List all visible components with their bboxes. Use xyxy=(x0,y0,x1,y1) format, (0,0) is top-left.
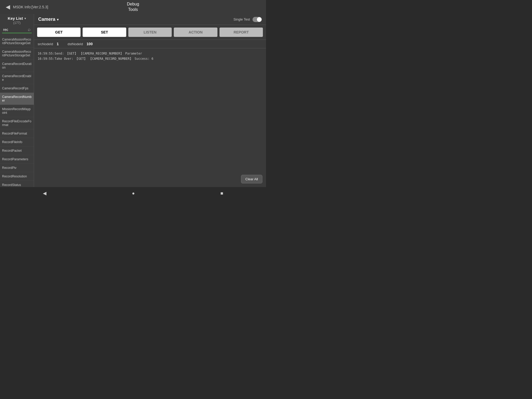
search-input[interactable] xyxy=(3,28,28,32)
nav-recent-button[interactable]: ■ xyxy=(215,189,228,198)
single-test-toggle[interactable] xyxy=(252,17,262,22)
camera-selector[interactable]: Camera ▾ xyxy=(38,17,59,22)
chevron-down-icon[interactable]: ▾ xyxy=(24,17,26,20)
list-item[interactable]: MissionRecordWaypoint xyxy=(0,105,34,117)
list-item[interactable]: RecordFileEncodeFormat xyxy=(0,117,34,129)
list-item[interactable]: CameraRecordNumber xyxy=(0,93,34,105)
search-box: ⌕ xyxy=(2,26,32,33)
action-btn-listen[interactable]: LISTEN xyxy=(128,28,172,37)
panel-header: Camera ▾ Single Test xyxy=(34,14,266,25)
node-row: srcNodeId 1 dstNodeId 100 xyxy=(34,40,266,48)
list-item[interactable]: RecordPiv xyxy=(0,164,34,172)
dropdown-icon: ▾ xyxy=(57,17,59,22)
version-info: MSDK Info:[Ver:2.5.3] xyxy=(13,5,48,9)
src-node-label: srcNodeId xyxy=(38,42,53,46)
single-test-label: Single Test xyxy=(234,17,250,21)
list-item[interactable]: CameraMissionRecordPictureStorageGet xyxy=(0,35,34,48)
list-item[interactable]: RecordStatus xyxy=(0,181,34,187)
action-btn-set[interactable]: SET xyxy=(83,28,126,37)
toggle-knob xyxy=(257,17,262,22)
action-buttons: GETSETLISTENACTIONREPORT xyxy=(34,25,266,40)
action-btn-get[interactable]: GET xyxy=(37,28,81,37)
page-title: Debug Tools xyxy=(127,2,139,12)
single-test-row: Single Test xyxy=(234,17,262,22)
back-button[interactable]: ◀ xyxy=(4,3,12,11)
log-line: 16:59:55:Send: 【GET】 【CAMERA_RECORD_NUMB… xyxy=(38,51,262,56)
sidebar-title: Key List xyxy=(8,16,23,21)
list-item[interactable]: CameraRecordEnable xyxy=(0,72,34,84)
list-item[interactable]: RecordPacket xyxy=(0,147,34,155)
list-item[interactable]: CameraMissionRecordPictureStorageSet xyxy=(0,48,34,60)
list-item[interactable]: CameraRecordFps xyxy=(0,84,34,93)
sidebar-header: Key List ▾ xyxy=(0,14,34,21)
src-node-value: 1 xyxy=(57,42,59,46)
bottom-nav: ◀ ● ■ xyxy=(0,187,266,200)
list-item[interactable]: RecordFileFormat xyxy=(0,129,34,138)
search-icon: ⌕ xyxy=(28,27,31,32)
dst-node-value: 100 xyxy=(87,42,92,46)
sidebar-list: CameraMissionRecordPictureStorageGetCame… xyxy=(0,35,34,187)
log-area: 16:59:55:Send: 【GET】 【CAMERA_RECORD_NUMB… xyxy=(34,48,266,187)
camera-label: Camera xyxy=(38,17,55,22)
action-btn-report[interactable]: REPORT xyxy=(220,28,263,37)
top-bar: ◀ MSDK Info:[Ver:2.5.3] Debug Tools xyxy=(0,0,266,14)
right-panel: Camera ▾ Single Test GETSETLISTENACTIONR… xyxy=(34,14,266,187)
list-item[interactable]: RecordFileInfo xyxy=(0,138,34,147)
sidebar: Key List ▾ (177) ⌕ CameraMissionRecordPi… xyxy=(0,14,34,187)
nav-back-button[interactable]: ◀ xyxy=(38,188,52,198)
list-item[interactable]: RecordParameters xyxy=(0,155,34,164)
list-item[interactable]: CameraRecordDuration xyxy=(0,60,34,72)
list-item[interactable]: RecordResolution xyxy=(0,172,34,181)
clear-all-button[interactable]: Clear All xyxy=(241,175,262,183)
dst-node-label: dstNodeId xyxy=(68,42,83,46)
log-line: 16:59:55:Take Over: 【GET】 【CAMERA_RECORD… xyxy=(38,56,262,61)
sidebar-count: (177) xyxy=(0,21,34,26)
action-btn-action[interactable]: ACTION xyxy=(174,28,217,37)
nav-home-button[interactable]: ● xyxy=(127,189,140,198)
main-content: Key List ▾ (177) ⌕ CameraMissionRecordPi… xyxy=(0,14,266,187)
